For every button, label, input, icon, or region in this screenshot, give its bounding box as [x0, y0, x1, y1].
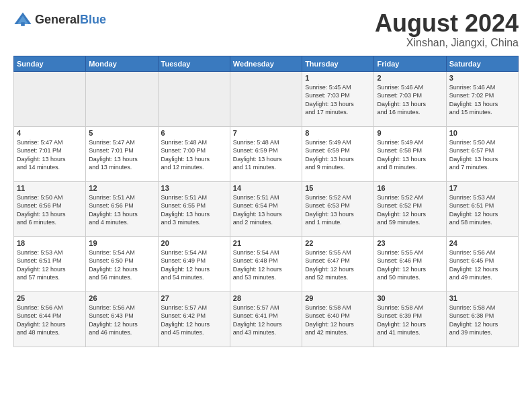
day-number: 21 — [233, 239, 299, 247]
calendar-cell — [158, 71, 230, 126]
location-title: Xinshan, Jiangxi, China — [375, 37, 519, 49]
calendar-cell: 19Sunrise: 5:54 AM Sunset: 6:50 PM Dayli… — [86, 236, 158, 291]
day-number: 17 — [449, 184, 515, 192]
day-info: Sunrise: 5:52 AM Sunset: 6:52 PM Dayligh… — [377, 193, 443, 227]
day-info: Sunrise: 5:53 AM Sunset: 6:51 PM Dayligh… — [449, 193, 515, 227]
calendar-cell: 16Sunrise: 5:52 AM Sunset: 6:52 PM Dayli… — [374, 181, 446, 236]
calendar-cell: 17Sunrise: 5:53 AM Sunset: 6:51 PM Dayli… — [446, 181, 518, 236]
header: GeneralBlue August 2024 Xinshan, Jiangxi… — [13, 10, 519, 49]
day-info: Sunrise: 5:47 AM Sunset: 7:01 PM Dayligh… — [89, 138, 154, 172]
calendar-cell: 1Sunrise: 5:45 AM Sunset: 7:03 PM Daylig… — [302, 71, 374, 126]
day-info: Sunrise: 5:49 AM Sunset: 6:58 PM Dayligh… — [377, 138, 443, 172]
calendar-cell: 21Sunrise: 5:54 AM Sunset: 6:48 PM Dayli… — [230, 236, 302, 291]
calendar-cell: 30Sunrise: 5:58 AM Sunset: 6:39 PM Dayli… — [374, 291, 446, 347]
day-number: 6 — [161, 129, 227, 137]
day-info: Sunrise: 5:52 AM Sunset: 6:53 PM Dayligh… — [305, 193, 371, 227]
day-number: 23 — [377, 239, 443, 247]
day-number: 8 — [305, 129, 371, 137]
day-number: 31 — [449, 294, 515, 302]
day-number: 30 — [377, 294, 443, 302]
day-number: 7 — [233, 129, 299, 137]
calendar-cell: 24Sunrise: 5:56 AM Sunset: 6:45 PM Dayli… — [446, 236, 518, 291]
calendar-cell: 26Sunrise: 5:56 AM Sunset: 6:43 PM Dayli… — [86, 291, 158, 347]
day-info: Sunrise: 5:58 AM Sunset: 6:38 PM Dayligh… — [449, 304, 515, 337]
calendar-cell: 25Sunrise: 5:56 AM Sunset: 6:44 PM Dayli… — [14, 291, 86, 347]
calendar-cell: 4Sunrise: 5:47 AM Sunset: 7:01 PM Daylig… — [14, 126, 86, 181]
calendar-cell: 2Sunrise: 5:46 AM Sunset: 7:03 PM Daylig… — [374, 71, 446, 126]
day-info: Sunrise: 5:56 AM Sunset: 6:44 PM Dayligh… — [17, 304, 83, 337]
calendar-week-row: 1Sunrise: 5:45 AM Sunset: 7:03 PM Daylig… — [14, 71, 519, 126]
logo-icon — [13, 10, 32, 29]
day-info: Sunrise: 5:50 AM Sunset: 6:56 PM Dayligh… — [17, 193, 83, 227]
weekday-row: SundayMondayTuesdayWednesdayThursdayFrid… — [14, 56, 519, 71]
weekday-header-thursday: Thursday — [302, 56, 374, 71]
calendar-cell: 13Sunrise: 5:51 AM Sunset: 6:55 PM Dayli… — [158, 181, 230, 236]
weekday-header-monday: Monday — [86, 56, 158, 71]
day-info: Sunrise: 5:47 AM Sunset: 7:01 PM Dayligh… — [17, 138, 83, 172]
day-number: 16 — [377, 184, 443, 192]
day-number: 2 — [377, 74, 443, 82]
day-number: 14 — [233, 184, 299, 192]
title-block: August 2024 Xinshan, Jiangxi, China — [375, 10, 519, 49]
logo-blue: Blue — [80, 13, 106, 26]
day-info: Sunrise: 5:54 AM Sunset: 6:50 PM Dayligh… — [89, 248, 154, 282]
calendar-cell: 6Sunrise: 5:48 AM Sunset: 7:00 PM Daylig… — [158, 126, 230, 181]
day-info: Sunrise: 5:50 AM Sunset: 6:57 PM Dayligh… — [449, 138, 515, 172]
calendar-cell: 20Sunrise: 5:54 AM Sunset: 6:49 PM Dayli… — [158, 236, 230, 291]
calendar-week-row: 18Sunrise: 5:53 AM Sunset: 6:51 PM Dayli… — [14, 236, 519, 291]
logo: GeneralBlue — [13, 10, 106, 29]
calendar-cell: 31Sunrise: 5:58 AM Sunset: 6:38 PM Dayli… — [446, 291, 518, 347]
calendar-cell: 10Sunrise: 5:50 AM Sunset: 6:57 PM Dayli… — [446, 126, 518, 181]
calendar-cell: 14Sunrise: 5:51 AM Sunset: 6:54 PM Dayli… — [230, 181, 302, 236]
day-info: Sunrise: 5:45 AM Sunset: 7:03 PM Dayligh… — [305, 83, 371, 117]
day-info: Sunrise: 5:55 AM Sunset: 6:46 PM Dayligh… — [377, 248, 443, 282]
calendar-cell: 27Sunrise: 5:57 AM Sunset: 6:42 PM Dayli… — [158, 291, 230, 347]
day-number: 1 — [305, 74, 371, 82]
calendar-cell: 3Sunrise: 5:46 AM Sunset: 7:02 PM Daylig… — [446, 71, 518, 126]
logo-text: GeneralBlue — [35, 13, 106, 27]
day-info: Sunrise: 5:48 AM Sunset: 6:59 PM Dayligh… — [233, 138, 299, 172]
day-number: 22 — [305, 239, 371, 247]
day-number: 26 — [89, 294, 154, 302]
day-number: 10 — [449, 129, 515, 137]
day-info: Sunrise: 5:54 AM Sunset: 6:49 PM Dayligh… — [161, 248, 227, 282]
day-info: Sunrise: 5:48 AM Sunset: 7:00 PM Dayligh… — [161, 138, 227, 172]
day-number: 9 — [377, 129, 443, 137]
calendar-cell — [14, 71, 86, 126]
day-info: Sunrise: 5:51 AM Sunset: 6:55 PM Dayligh… — [161, 193, 227, 227]
day-info: Sunrise: 5:57 AM Sunset: 6:42 PM Dayligh… — [161, 304, 227, 337]
calendar-cell: 28Sunrise: 5:57 AM Sunset: 6:41 PM Dayli… — [230, 291, 302, 347]
day-info: Sunrise: 5:55 AM Sunset: 6:47 PM Dayligh… — [305, 248, 371, 282]
day-number: 27 — [161, 294, 227, 302]
calendar-cell: 23Sunrise: 5:55 AM Sunset: 6:46 PM Dayli… — [374, 236, 446, 291]
day-info: Sunrise: 5:46 AM Sunset: 7:02 PM Dayligh… — [449, 83, 515, 117]
day-number: 11 — [17, 184, 83, 192]
weekday-header-friday: Friday — [374, 56, 446, 71]
weekday-header-tuesday: Tuesday — [158, 56, 230, 71]
day-number: 13 — [161, 184, 227, 192]
day-number: 24 — [449, 239, 515, 247]
day-number: 19 — [89, 239, 154, 247]
day-number: 3 — [449, 74, 515, 82]
calendar-cell: 9Sunrise: 5:49 AM Sunset: 6:58 PM Daylig… — [374, 126, 446, 181]
day-info: Sunrise: 5:58 AM Sunset: 6:40 PM Dayligh… — [305, 304, 371, 337]
day-number: 18 — [17, 239, 83, 247]
calendar-header: SundayMondayTuesdayWednesdayThursdayFrid… — [14, 56, 519, 71]
calendar-cell — [86, 71, 158, 126]
day-info: Sunrise: 5:51 AM Sunset: 6:56 PM Dayligh… — [89, 193, 154, 227]
day-number: 20 — [161, 239, 227, 247]
calendar-cell: 11Sunrise: 5:50 AM Sunset: 6:56 PM Dayli… — [14, 181, 86, 236]
calendar-cell: 15Sunrise: 5:52 AM Sunset: 6:53 PM Dayli… — [302, 181, 374, 236]
day-number: 12 — [89, 184, 154, 192]
logo-general: General — [35, 13, 80, 26]
weekday-header-wednesday: Wednesday — [230, 56, 302, 71]
day-number: 25 — [17, 294, 83, 302]
calendar-week-row: 25Sunrise: 5:56 AM Sunset: 6:44 PM Dayli… — [14, 291, 519, 347]
calendar-cell — [230, 71, 302, 126]
calendar-cell: 8Sunrise: 5:49 AM Sunset: 6:59 PM Daylig… — [302, 126, 374, 181]
day-number: 5 — [89, 129, 154, 137]
calendar-week-row: 4Sunrise: 5:47 AM Sunset: 7:01 PM Daylig… — [14, 126, 519, 181]
day-info: Sunrise: 5:56 AM Sunset: 6:43 PM Dayligh… — [89, 304, 154, 337]
day-info: Sunrise: 5:58 AM Sunset: 6:39 PM Dayligh… — [377, 304, 443, 337]
month-title: August 2024 — [375, 10, 519, 37]
